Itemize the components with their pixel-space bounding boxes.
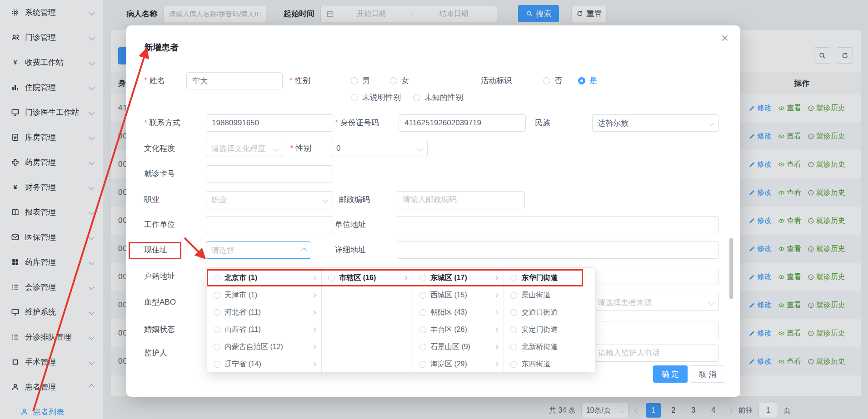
cascader-option-fengtai[interactable]: 丰台区 (26) xyxy=(413,321,504,338)
close-icon[interactable]: × xyxy=(721,32,728,44)
radio-icon xyxy=(390,77,397,84)
required-mark: * xyxy=(144,76,147,85)
postal-label: 邮政编码 xyxy=(339,191,370,208)
radio-icon xyxy=(543,77,550,84)
radio-icon xyxy=(510,344,517,350)
cascader-option-haidian[interactable]: 海淀区 (29) xyxy=(413,355,504,372)
work-unit-input[interactable] xyxy=(206,216,333,233)
page: 系统管理 门诊管理 收费工作站 住院管理 门诊医生工作站 库房管理 xyxy=(0,0,868,419)
cascader-option-jingshan[interactable]: 景山街道 xyxy=(504,286,595,304)
cascader-option-beixinqiao[interactable]: 北新桥街道 xyxy=(504,338,595,355)
required-mark: * xyxy=(144,118,147,127)
chevron-right-icon xyxy=(312,362,316,366)
visit-card-label: 就诊卡号 xyxy=(144,165,175,182)
education-placeholder: 请选择文化程度 xyxy=(211,143,265,154)
form-row: 就诊卡号 xyxy=(126,165,740,182)
cascader-option-beijing[interactable]: 北京市 (1) xyxy=(207,269,321,286)
patient-source-select[interactable]: 请选择患者来源 xyxy=(592,294,719,311)
chevron-right-icon xyxy=(312,293,316,297)
ethnicity-label: 民族 xyxy=(535,114,550,132)
current-address-placeholder: 请选择 xyxy=(211,245,234,256)
chevron-right-icon xyxy=(494,293,499,297)
gender-male-radio[interactable]: 男 xyxy=(351,72,370,89)
cascader-option-dongcheng[interactable]: 东城区 (17) xyxy=(413,269,504,286)
radio-icon xyxy=(413,94,420,101)
cascader-street-column: 东华门街道 景山街道 交道口街道 安定门街道 北新桥街道 东四街道 xyxy=(504,268,595,372)
cascader-option-chaoyang[interactable]: 朝阳区 (43) xyxy=(413,304,504,321)
cascader-option-dongsi[interactable]: 东四街道 xyxy=(504,355,595,372)
occupation-label: 职业 xyxy=(144,191,160,208)
cascader-option-shanxi[interactable]: 山西省 (11) xyxy=(207,321,321,338)
chevron-right-icon xyxy=(494,362,499,366)
cancel-button[interactable]: 取 消 xyxy=(690,365,725,383)
dialog-title: 新增患者 xyxy=(144,42,179,54)
chevron-down-icon xyxy=(323,197,329,203)
idcard-input[interactable] xyxy=(399,114,526,132)
cascader-district-column: 东城区 (17) 西城区 (15) 朝阳区 (43) 丰台区 (26) 石景山区… xyxy=(413,268,504,372)
gender-female-radio[interactable]: 女 xyxy=(390,72,409,89)
gender-label: *性别 xyxy=(289,72,310,89)
modal-scrollbar-thumb[interactable] xyxy=(729,238,733,299)
radio-icon xyxy=(419,326,426,333)
name-label: *姓名 xyxy=(144,72,165,89)
current-address-label: 现住址 xyxy=(144,242,167,259)
gender-code-select[interactable]: 0 xyxy=(331,140,428,157)
active-no-radio[interactable]: 否 xyxy=(543,72,562,89)
blood-type-label: 血型ABO xyxy=(144,294,176,311)
radio-icon xyxy=(351,94,358,101)
detailed-address-input[interactable] xyxy=(397,242,719,259)
occupation-select[interactable]: 职业 xyxy=(206,191,333,208)
marital-status-label: 婚姻状态 xyxy=(144,321,175,338)
occupation-placeholder: 职业 xyxy=(211,195,227,205)
cascader-option-jiaodaokou[interactable]: 交道口街道 xyxy=(504,304,595,321)
cascader-city-column: 市辖区 (16) xyxy=(322,268,413,372)
education-select[interactable]: 请选择文化程度 xyxy=(206,140,283,157)
chevron-right-icon xyxy=(312,310,316,315)
chevron-up-icon xyxy=(301,247,307,253)
cascader-option-hebei[interactable]: 河北省 (11) xyxy=(207,304,321,321)
radio-icon xyxy=(214,326,220,333)
confirm-button[interactable]: 确 定 xyxy=(653,365,688,383)
visit-card-input[interactable] xyxy=(206,165,333,182)
chevron-right-icon xyxy=(494,345,499,349)
contact-input[interactable] xyxy=(206,114,333,132)
radio-icon xyxy=(214,344,220,350)
radio-icon xyxy=(419,275,426,281)
form-row: *联系方式 *身份证号码 民族 达斡尔族 xyxy=(126,114,740,132)
form-row: 职业 职业 邮政编码 xyxy=(126,191,740,208)
education-label: 文化程度 xyxy=(144,140,175,157)
address-cascader-panel: 北京市 (1) 天津市 (1) 河北省 (11) 山西省 (11) 内蒙古自治区… xyxy=(207,267,596,372)
form-row: 未说明性别 未知的性别 xyxy=(126,92,740,103)
gender-unknown-radio[interactable]: 未知的性别 xyxy=(413,92,463,103)
chevron-right-icon xyxy=(312,276,316,280)
radio-icon xyxy=(214,275,220,281)
gender-unspecified-radio[interactable]: 未说明性别 xyxy=(351,92,401,103)
current-address-cascader-select[interactable]: 请选择 xyxy=(206,242,311,259)
cascader-option-andingmen[interactable]: 安定门街道 xyxy=(504,321,595,338)
radio-icon xyxy=(419,361,426,368)
cascader-option-neimenggu[interactable]: 内蒙古自治区 (12) xyxy=(207,338,321,355)
active-yes-radio[interactable]: 是 xyxy=(578,72,597,89)
cascader-option-donghuamen[interactable]: 东华门街道 xyxy=(504,269,595,286)
contact-label: *联系方式 xyxy=(144,114,180,132)
cascader-option-shijingshan[interactable]: 石景山区 (9) xyxy=(413,338,504,355)
registered-address-input[interactable] xyxy=(592,268,719,285)
radio-icon xyxy=(510,326,517,333)
guardian-phone-input[interactable] xyxy=(592,345,719,362)
cascader-option-xicheng[interactable]: 西城区 (15) xyxy=(413,286,504,304)
chevron-right-icon xyxy=(312,327,316,332)
work-unit-label: 工作单位 xyxy=(144,216,175,233)
radio-icon xyxy=(328,275,335,281)
form-row: 文化程度 请选择文化程度 *性别 0 xyxy=(126,140,740,157)
chevron-right-icon xyxy=(494,327,499,332)
unit-address-input[interactable] xyxy=(397,216,719,233)
cascader-option-liaoning[interactable]: 辽宁省 (14) xyxy=(207,355,321,372)
cascader-option-tianjin[interactable]: 天津市 (1) xyxy=(207,286,321,304)
cascader-option-shixiaqu[interactable]: 市辖区 (16) xyxy=(322,269,413,286)
ethnicity-select[interactable]: 达斡尔族 xyxy=(592,114,719,132)
radio-icon xyxy=(214,309,220,316)
active-flag-label: 活动标识 xyxy=(481,72,512,89)
form-row: *姓名 *性别 男 女 活动标识 否 是 xyxy=(126,72,740,89)
name-input[interactable] xyxy=(186,72,283,89)
postal-input[interactable] xyxy=(397,191,525,208)
